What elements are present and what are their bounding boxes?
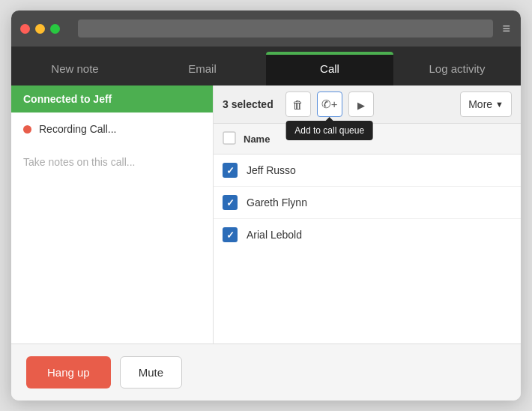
more-button[interactable]: More ▼ (460, 92, 512, 117)
connected-banner: Connected to Jeff (11, 86, 213, 112)
search-bar[interactable] (78, 20, 493, 38)
header-checkbox[interactable] (223, 131, 244, 146)
tab-call-label: Call (320, 62, 339, 75)
svg-rect-0 (223, 132, 235, 144)
tab-bar: New note Email Call Log activity (11, 46, 521, 86)
active-tab-indicator (266, 52, 393, 55)
play-button[interactable] (348, 92, 374, 117)
chevron-down-icon: ▼ (495, 100, 504, 109)
recording-dot (23, 125, 31, 134)
title-bar: ≡ (11, 10, 521, 46)
tab-call[interactable]: Call (266, 52, 393, 86)
mute-button[interactable]: Mute (120, 356, 182, 388)
table-row: ✓ Jeff Russo (214, 154, 521, 187)
tab-new-note[interactable]: New note (11, 52, 139, 86)
notes-placeholder: Take notes on this call... (23, 156, 135, 168)
tab-log-activity-label: Log activity (429, 62, 485, 75)
action-bar: 3 selected ✆+ Add to call queue More ▼ (214, 86, 521, 124)
minimize-button[interactable] (35, 24, 45, 34)
left-panel: Connected to Jeff Recording Call... Take… (11, 86, 214, 344)
recording-row: Recording Call... (11, 112, 213, 146)
tab-email[interactable]: Email (139, 52, 266, 86)
main-content: Connected to Jeff Recording Call... Take… (11, 86, 521, 344)
row-checkbox-1[interactable]: ✓ (223, 195, 238, 210)
row-checkbox-0[interactable]: ✓ (223, 163, 238, 178)
contact-name-2: Arial Lebold (247, 229, 302, 241)
bottom-bar: Hang up Mute (11, 344, 521, 400)
traffic-lights (20, 24, 60, 34)
menu-icon[interactable]: ≡ (502, 21, 512, 37)
delete-button[interactable] (285, 92, 311, 117)
connected-text: Connected to (23, 93, 93, 105)
right-panel: 3 selected ✆+ Add to call queue More ▼ (214, 86, 521, 344)
table-row: ✓ Arial Lebold (214, 219, 521, 250)
row-checkbox-2[interactable]: ✓ (223, 227, 238, 242)
fullscreen-button[interactable] (50, 24, 60, 34)
notes-area[interactable]: Take notes on this call... (11, 146, 213, 344)
contact-table: Name ✓ Jeff Russo ✓ Gareth Flynn ✓ Arial… (214, 124, 521, 344)
recording-label: Recording Call... (39, 123, 117, 135)
more-label: More (468, 98, 492, 110)
app-window: ≡ New note Email Call Log activity Conne… (11, 10, 521, 400)
trash-icon (292, 98, 303, 111)
name-column-header: Name (244, 134, 270, 145)
phone-plus-icon: ✆+ (321, 98, 338, 111)
hangup-button[interactable]: Hang up (26, 356, 111, 388)
table-row: ✓ Gareth Flynn (214, 187, 521, 219)
selected-count: 3 selected (223, 98, 273, 110)
add-to-call-queue-button[interactable]: ✆+ Add to call queue (317, 92, 342, 117)
tab-new-note-label: New note (51, 62, 98, 75)
add-to-call-queue-tooltip: Add to call queue (285, 121, 373, 140)
contact-name-0: Jeff Russo (247, 164, 296, 176)
tab-log-activity[interactable]: Log activity (393, 52, 521, 86)
play-icon (357, 98, 365, 111)
close-button[interactable] (20, 24, 30, 34)
contact-name-1: Gareth Flynn (247, 196, 307, 208)
tab-email-label: Email (188, 62, 217, 75)
connected-name: Jeff (93, 93, 112, 105)
